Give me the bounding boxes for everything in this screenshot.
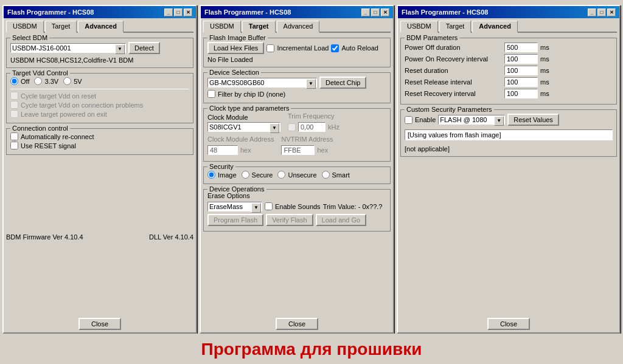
checkbox-auto-reconnect[interactable]: Automatically re-connect <box>10 132 189 140</box>
close-btn-3[interactable]: ✕ <box>607 9 616 16</box>
maximize-btn-1[interactable]: □ <box>174 9 183 16</box>
trim-freq-input[interactable] <box>298 122 325 132</box>
param-row-0: Power Off duration ms <box>405 43 613 52</box>
flash-select[interactable]: FLASH @ 1080 <box>438 115 505 125</box>
connection-control-group: Connection control Automatically re-conn… <box>6 128 193 155</box>
detect-button-1[interactable]: Detect <box>128 42 160 54</box>
win2-body: USBDM Target Advanced Flash Image Buffer… <box>201 18 393 332</box>
clock-addr-unit: hex <box>240 146 251 154</box>
connection-label: Connection control <box>10 125 70 132</box>
auto-reload-check[interactable]: Auto Reload <box>331 44 378 52</box>
maximize-btn-3[interactable]: □ <box>597 9 606 16</box>
erase-select[interactable]: EraseMass <box>207 202 262 211</box>
detect-chip-button[interactable]: Detect Chip <box>319 77 366 89</box>
param-name-2: Reset duration <box>405 67 502 74</box>
custom-security-row: Enable FLASH @ 1080 Reset Values <box>405 114 613 126</box>
checkbox-leave-powered[interactable]: Leave target powered on exit <box>10 110 189 118</box>
bdm-row: USBDM-JS16-0001 Detect <box>10 42 189 54</box>
radio-off[interactable]: Off <box>10 77 29 85</box>
window-2: Flash Programmer - HCS08 _ □ ✕ USBDM Tar… <box>200 5 394 334</box>
tab-usbdm-1[interactable]: USBDM <box>6 21 44 33</box>
flash-select-wrapper: FLASH @ 1080 <box>438 115 505 125</box>
custom-security-group: Custom Security Parameters Enable FLASH … <box>400 109 617 157</box>
radio-5v[interactable]: 5V <box>63 77 82 85</box>
tab-usbdm-3[interactable]: USBDM <box>400 21 438 33</box>
bdm-status: USBDM HCS08,HCS12,Coldfire-V1 BDM <box>10 57 189 64</box>
clock-module-select[interactable]: S08ICGV1 <box>207 122 280 132</box>
close-button-2[interactable]: Close <box>276 318 318 330</box>
clock-addr-input[interactable] <box>207 145 238 155</box>
minimize-btn-3[interactable]: _ <box>588 9 596 16</box>
select-bdm-label: Select BDM <box>10 34 49 41</box>
trim-freq-check[interactable] <box>288 123 296 131</box>
radio-unsecure[interactable]: Unsecure <box>277 171 316 179</box>
param-row-4: Reset Recovery interval ms <box>405 89 613 98</box>
custom-security-label: Custom Security Parameters <box>405 106 494 113</box>
flash-row: Load Hex Files Incremental Load Auto Rel… <box>207 42 386 54</box>
clock-type-group: Clock type and parameters Clock Module S… <box>203 108 391 162</box>
load-and-go-button[interactable]: Load and Go <box>316 214 367 226</box>
nvtrim-input[interactable] <box>281 145 315 155</box>
file-status: No File Loaded <box>207 56 386 63</box>
win1-title: Flash Programmer - HCS08 <box>7 9 94 16</box>
tab-advanced-1[interactable]: Advanced <box>78 21 124 33</box>
device-select[interactable]: GB-MC9S08GB60 <box>207 78 317 88</box>
param-input-3[interactable] <box>504 77 538 87</box>
param-row-2: Reset duration ms <box>405 66 613 75</box>
checkbox-reset-signal[interactable]: Use RESET signal <box>10 142 189 149</box>
radio-secure[interactable]: Secure <box>242 171 273 179</box>
reset-values-button[interactable]: Reset Values <box>507 114 559 126</box>
win2-title: Flash Programmer - HCS08 <box>204 9 291 16</box>
radio-image[interactable]: Image <box>207 171 237 179</box>
security-radio-row: Image Secure Unsecure Smart <box>207 170 386 180</box>
param-name-4: Reset Recovery interval <box>405 90 502 97</box>
tab-target-3[interactable]: Target <box>439 21 472 33</box>
tab-usbdm-2[interactable]: USBDM <box>203 21 241 33</box>
maximize-btn-2[interactable]: □ <box>371 9 380 16</box>
radio-3v3[interactable]: 3.3V <box>34 77 58 85</box>
radio-smart[interactable]: Smart <box>322 171 350 179</box>
load-hex-button[interactable]: Load Hex Files <box>207 42 264 54</box>
close-button-3[interactable]: Close <box>487 318 530 330</box>
titlebar-2: Flash Programmer - HCS08 _ □ ✕ <box>201 6 393 18</box>
security-label: Security <box>207 163 235 170</box>
param-unit-2: ms <box>540 67 549 74</box>
bdm-params-label: BDM Parameters <box>405 34 459 41</box>
tab-target-1[interactable]: Target <box>45 21 77 33</box>
program-flash-button[interactable]: Program Flash <box>207 214 263 226</box>
tab-advanced-2[interactable]: Advanced <box>277 21 320 33</box>
close-btn-1[interactable]: ✕ <box>184 9 192 16</box>
param-unit-4: ms <box>540 90 549 97</box>
titlebar-1: Flash Programmer - HCS08 _ □ ✕ <box>4 6 196 18</box>
verify-flash-button[interactable]: Verify Flash <box>266 214 313 226</box>
close-btn-2[interactable]: ✕ <box>381 9 389 16</box>
param-unit-1: ms <box>540 55 549 63</box>
checkbox-cycle-conn[interactable]: Cycle target Vdd on connection problems <box>10 101 189 109</box>
minimize-btn-2[interactable]: _ <box>361 9 370 16</box>
filter-chip-id[interactable]: Filter by chip ID (none) <box>207 90 386 98</box>
tab-advanced-3[interactable]: Advanced <box>472 21 518 33</box>
tab-target-2[interactable]: Target <box>242 21 276 33</box>
nvtrim-unit: hex <box>317 146 328 154</box>
param-name-3: Reset Release interval <box>405 78 502 86</box>
close-button-1[interactable]: Close <box>78 318 121 330</box>
clock-addr-header: Clock Module Address <box>207 136 274 143</box>
param-input-0[interactable] <box>504 43 538 52</box>
trim-freq-unit: kHz <box>328 123 339 131</box>
minimize-btn-1[interactable]: _ <box>164 9 173 16</box>
param-name-0: Power Off duration <box>405 44 502 51</box>
checkbox-cycle-reset[interactable]: Cycle target Vdd on reset <box>10 92 189 100</box>
enable-check[interactable]: Enable <box>405 116 436 124</box>
param-input-1[interactable] <box>504 54 538 64</box>
clock-module-row: Clock Module S08ICGV1 Trim Frequency <box>207 112 386 133</box>
param-input-2[interactable] <box>504 66 538 75</box>
incremental-load-check[interactable]: Incremental Load <box>266 44 329 52</box>
clock-module-col: Clock Module S08ICGV1 <box>207 114 280 132</box>
param-input-4[interactable] <box>504 89 538 98</box>
enable-sounds-check[interactable]: Enable Sounds <box>265 202 321 210</box>
using-values-text: [Using values from flash image] <box>405 129 613 140</box>
erase-select-wrapper: EraseMass <box>207 202 262 211</box>
bdm-select[interactable]: USBDM-JS16-0001 <box>10 43 126 53</box>
flash-image-label: Flash Image Buffer <box>207 34 268 41</box>
param-unit-0: ms <box>540 44 549 51</box>
